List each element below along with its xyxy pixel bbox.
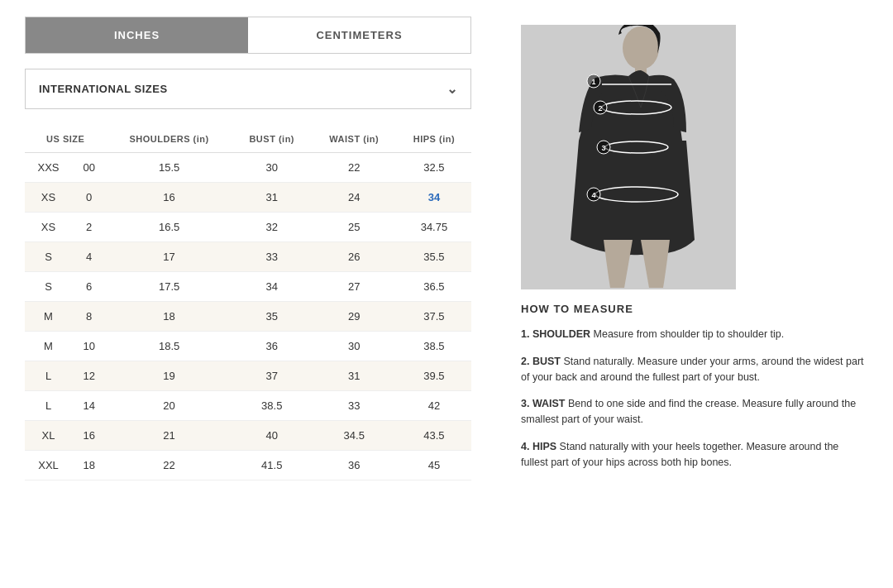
cell-hips: 37.5	[397, 302, 471, 332]
cell-shoulders: 16	[106, 183, 232, 213]
svg-text:3: 3	[601, 144, 605, 152]
inches-button[interactable]: INCHES	[26, 17, 248, 53]
cell-shoulders: 16.5	[106, 213, 232, 242]
cell-shoulders: 21	[106, 421, 232, 451]
th-waist: WAIST (in)	[312, 126, 397, 153]
table-row: XL 16 21 40 34.5 43.5	[25, 421, 471, 451]
cell-waist: 36	[312, 451, 397, 480]
measure-label: SHOULDER	[532, 328, 590, 340]
cell-size-num: 10	[72, 332, 106, 361]
measure-label: HIPS	[532, 441, 556, 452]
cell-shoulders: 20	[106, 391, 232, 421]
svg-text:1: 1	[591, 78, 595, 86]
cell-waist: 27	[312, 272, 397, 302]
cell-shoulders: 19	[106, 361, 232, 391]
cell-waist: 25	[312, 213, 397, 242]
cell-size-letter: S	[25, 242, 72, 272]
cell-waist: 22	[312, 153, 397, 183]
how-to-measure-section: HOW TO MEASURE 1. SHOULDER Measure from …	[521, 303, 868, 470]
cell-size-letter: M	[25, 332, 72, 361]
main-container: INCHES CENTIMETERS INTERNATIONAL SIZES ⌄…	[0, 0, 893, 498]
cell-waist: 31	[312, 361, 397, 391]
measure-text: Measure from shoulder tip to shoulder ti…	[590, 328, 784, 340]
svg-text:2: 2	[598, 104, 602, 112]
cell-bust: 32	[232, 213, 312, 242]
th-us-size: US SIZE	[25, 126, 106, 153]
cell-size-num: 4	[72, 242, 106, 272]
measure-item: 3. WAIST Bend to one side and find the c…	[521, 396, 868, 428]
cell-shoulders: 22	[106, 451, 232, 480]
cell-bust: 30	[232, 153, 312, 183]
cell-bust: 31	[232, 183, 312, 213]
cell-hips: 38.5	[397, 332, 471, 361]
table-row: XXS 00 15.5 30 22 32.5	[25, 153, 471, 183]
table-row: XS 2 16.5 32 25 34.75	[25, 213, 471, 242]
table-row: L 12 19 37 31 39.5	[25, 361, 471, 391]
unit-toggle[interactable]: INCHES CENTIMETERS	[25, 17, 471, 54]
cell-size-num: 2	[72, 213, 106, 242]
table-row: S 4 17 33 26 35.5	[25, 242, 471, 272]
chevron-down-icon: ⌄	[446, 81, 458, 97]
measure-text: Bend to one side and find the crease. Me…	[521, 398, 856, 425]
left-panel: INCHES CENTIMETERS INTERNATIONAL SIZES ⌄…	[25, 17, 488, 481]
cell-bust: 41.5	[232, 451, 312, 480]
th-bust: BUST (in)	[232, 126, 312, 153]
cell-waist: 30	[312, 332, 397, 361]
dress-illustration: 1 1 2 3 4	[521, 25, 736, 289]
cell-size-num: 00	[72, 153, 106, 183]
cell-shoulders: 15.5	[106, 153, 232, 183]
step-number: 1.	[521, 328, 529, 340]
cell-size-num: 12	[72, 361, 106, 391]
measure-item: 4. HIPS Stand naturally with your heels …	[521, 439, 868, 471]
cell-hips: 32.5	[397, 153, 471, 183]
cell-bust: 36	[232, 332, 312, 361]
cell-waist: 24	[312, 183, 397, 213]
cell-size-letter: S	[25, 272, 72, 302]
measure-text: Stand naturally with your heels together…	[521, 441, 838, 468]
step-number: 2.	[521, 356, 529, 367]
cell-size-letter: L	[25, 391, 72, 421]
cell-size-num: 18	[72, 451, 106, 480]
cell-size-letter: XXL	[25, 451, 72, 480]
table-row: S 6 17.5 34 27 36.5	[25, 272, 471, 302]
cell-size-num: 14	[72, 391, 106, 421]
cell-bust: 34	[232, 272, 312, 302]
cell-hips: 36.5	[397, 272, 471, 302]
measure-item: 1. SHOULDER Measure from shoulder tip to…	[521, 327, 868, 342]
centimeters-button[interactable]: CENTIMETERS	[248, 17, 470, 53]
th-shoulders: SHOULDERS (in)	[106, 126, 232, 153]
cell-shoulders: 18.5	[106, 332, 232, 361]
measure-item: 2. BUST Stand naturally. Measure under y…	[521, 354, 868, 385]
cell-hips: 43.5	[397, 421, 471, 451]
size-selector-dropdown[interactable]: INTERNATIONAL SIZES ⌄	[25, 69, 471, 109]
cell-bust: 33	[232, 242, 312, 272]
svg-text:4: 4	[591, 191, 595, 199]
table-row: M 8 18 35 29 37.5	[25, 302, 471, 332]
cell-shoulders: 18	[106, 302, 232, 332]
measure-items: 1. SHOULDER Measure from shoulder tip to…	[521, 327, 868, 470]
step-number: 4.	[521, 441, 529, 452]
table-row: M 10 18.5 36 30 38.5	[25, 332, 471, 361]
cell-shoulders: 17	[106, 242, 232, 272]
cell-bust: 38.5	[232, 391, 312, 421]
table-row: XS 0 16 31 24 34	[25, 183, 471, 213]
size-table: US SIZE SHOULDERS (in) BUST (in) WAIST (…	[25, 126, 471, 480]
cell-size-letter: XS	[25, 183, 72, 213]
cell-waist: 33	[312, 391, 397, 421]
cell-hips: 45	[397, 451, 471, 480]
cell-waist: 26	[312, 242, 397, 272]
cell-hips: 39.5	[397, 361, 471, 391]
cell-size-num: 0	[72, 183, 106, 213]
cell-hips: 34.75	[397, 213, 471, 242]
cell-hips: 35.5	[397, 242, 471, 272]
cell-size-letter: XXS	[25, 153, 72, 183]
cell-size-letter: XL	[25, 421, 72, 451]
cell-size-num: 8	[72, 302, 106, 332]
cell-waist: 29	[312, 302, 397, 332]
cell-size-letter: XS	[25, 213, 72, 242]
step-number: 3.	[521, 398, 529, 409]
right-panel: 1 1 2 3 4	[521, 17, 868, 481]
table-row: L 14 20 38.5 33 42	[25, 391, 471, 421]
measure-label: BUST	[532, 356, 561, 367]
svg-point-1	[623, 26, 659, 69]
